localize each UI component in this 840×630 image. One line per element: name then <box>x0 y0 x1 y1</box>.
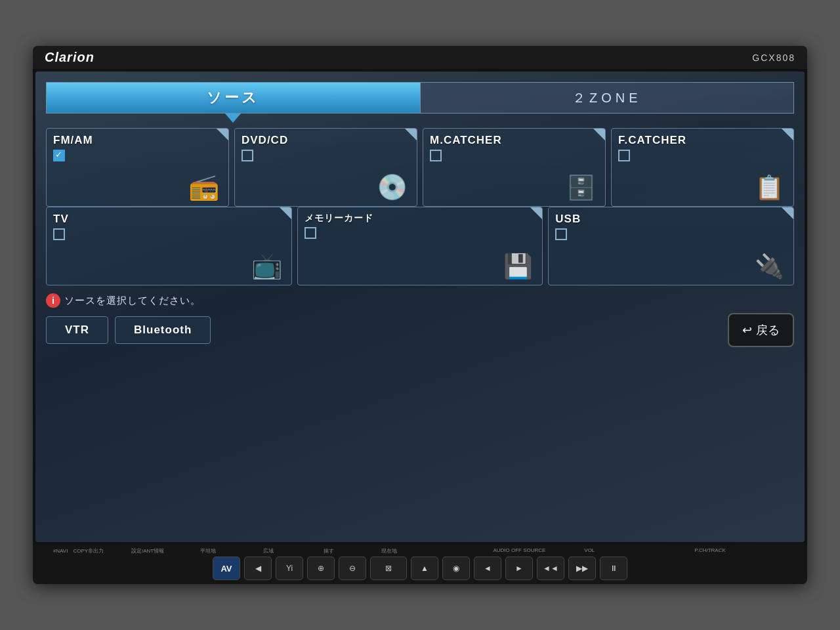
ctrl-btn-av[interactable]: AV <box>213 556 240 580</box>
ctrl-btn-settings[interactable]: Yi <box>276 556 303 580</box>
ctrl-label-search: 操す <box>312 547 345 555</box>
btn-f-catcher-checkbox <box>618 150 630 161</box>
btn-m-catcher-checkbox <box>430 150 442 161</box>
ctrl-label-pch: P.CH/TRACK <box>694 547 726 555</box>
tab-source[interactable]: ソース <box>47 83 421 113</box>
ctrl-label-empty2 <box>633 547 666 555</box>
btn-f-catcher-label: F.CATCHER <box>618 134 686 147</box>
ctrl-label-empty3 <box>754 547 787 555</box>
btn-usb-icon: 🔌 <box>755 255 784 278</box>
ctrl-btn-vol-down[interactable]: ◄ <box>474 556 501 580</box>
ctrl-btn-zoom-out[interactable]: ⊖ <box>339 556 366 580</box>
model-number: GCX808 <box>752 52 795 63</box>
btn-fm-am-icon: 📻 <box>188 175 219 200</box>
btn-vtr[interactable]: VTR <box>46 316 108 344</box>
tab-zone-label: ２ZONE <box>572 89 642 107</box>
ctrl-label-navi: ≠NAVI COPY非出力 <box>53 547 104 555</box>
ctrl-label-flat: 平坦地 <box>192 547 224 555</box>
status-bar: i ソースを選択してください。 <box>46 293 794 308</box>
btn-tv-label: TV <box>53 213 69 226</box>
btn-dvd-cd-label: DVD/CD <box>242 134 288 147</box>
btn-tv[interactable]: TV 📺 <box>46 207 292 285</box>
btn-f-catcher-icon: 📋 <box>755 176 784 200</box>
brand-logo: Clarion <box>45 50 94 65</box>
ctrl-btn-zoom-in[interactable]: ⊕ <box>307 556 335 580</box>
ctrl-btn-eject[interactable]: ⏸ <box>600 556 627 580</box>
back-icon: ↩ <box>742 323 752 337</box>
ctrl-label-wide: 広域 <box>252 547 285 555</box>
tab-bar: ソース ２ZONE <box>46 82 794 114</box>
status-text: ソースを選択してください。 <box>64 295 201 307</box>
btn-memory-card-label: メモリーカード <box>304 213 373 224</box>
btn-memory-card[interactable]: メモリーカード 💾 <box>297 207 543 285</box>
ctrl-label-vol: VOL <box>573 547 606 555</box>
btn-f-catcher[interactable]: F.CATCHER 📋 <box>611 128 794 207</box>
tab-zone[interactable]: ２ZONE <box>421 83 794 113</box>
btn-fm-am-label: FM/AM <box>53 134 93 147</box>
ctrl-btn-vol-up[interactable]: ► <box>505 556 533 580</box>
bottom-row: VTR Bluetooth ↩ 戻る <box>46 313 794 347</box>
btn-m-catcher-label: M.CATCHER <box>430 134 502 147</box>
controls-labels: ≠NAVI COPY非出力 設定/ANT情報 平坦地 広域 操す 現在地 AUD… <box>39 547 801 555</box>
device-header: Clarion GCX808 <box>33 46 807 69</box>
ctrl-label-ant: 設定/ANT情報 <box>131 547 164 555</box>
ctrl-btn-nav[interactable]: ▲ <box>411 556 438 580</box>
ctrl-btn-map[interactable]: ⊠ <box>370 556 407 580</box>
tab-indicator <box>46 114 794 123</box>
controls-bar: ≠NAVI COPY非出力 設定/ANT情報 平坦地 広域 操す 現在地 AUD… <box>33 545 807 584</box>
ctrl-label-empty1 <box>433 547 466 555</box>
btn-dvd-cd-icon: 💿 <box>377 175 408 200</box>
btn-memory-card-checkbox <box>304 227 316 239</box>
ctrl-label-audio: AUDIO OFF SOURCE <box>493 547 545 555</box>
screen: ソース ２ZONE FM/AM 📻 DVD/CD <box>35 72 805 542</box>
btn-tv-icon: 📺 <box>251 253 282 278</box>
btn-bluetooth[interactable]: Bluetooth <box>115 316 211 344</box>
btn-m-catcher-icon: 🗄️ <box>566 176 596 200</box>
grid-row2: TV 📺 メモリーカード 💾 USB 🔌 <box>46 207 794 285</box>
btn-usb[interactable]: USB 🔌 <box>548 207 794 285</box>
btn-usb-checkbox <box>555 228 567 240</box>
btn-fm-am[interactable]: FM/AM 📻 <box>46 128 229 207</box>
device-frame: Clarion GCX808 ソース ２ZONE FM/AM <box>33 46 807 584</box>
ctrl-btn-audio-src[interactable]: ◉ <box>442 556 470 580</box>
btn-memory-card-icon: 💾 <box>503 255 533 278</box>
btn-back[interactable]: ↩ 戻る <box>728 313 794 347</box>
grid-row1: FM/AM 📻 DVD/CD 💿 M.CATCHER 🗄️ <box>46 128 794 207</box>
btn-m-catcher[interactable]: M.CATCHER 🗄️ <box>423 128 606 207</box>
btn-tv-checkbox <box>53 228 65 240</box>
tab-source-label: ソース <box>207 88 259 108</box>
info-icon: i <box>46 293 60 308</box>
btn-dvd-cd[interactable]: DVD/CD 💿 <box>234 128 417 207</box>
btn-usb-label: USB <box>555 213 581 226</box>
controls-buttons: AV ◀ Yi ⊕ ⊖ ⊠ ▲ ◉ ◄ ► ◄◄ ▶▶ ⏸ <box>39 556 801 580</box>
btn-dvd-cd-checkbox <box>242 150 253 161</box>
back-label: 戻る <box>756 322 780 338</box>
ctrl-label-current: 現在地 <box>373 547 406 555</box>
ctrl-btn-next[interactable]: ▶▶ <box>568 556 596 580</box>
btn-fm-am-checkbox <box>53 150 65 161</box>
ctrl-btn-pacman[interactable]: ◀ <box>244 556 272 580</box>
ctrl-btn-prev[interactable]: ◄◄ <box>537 556 564 580</box>
